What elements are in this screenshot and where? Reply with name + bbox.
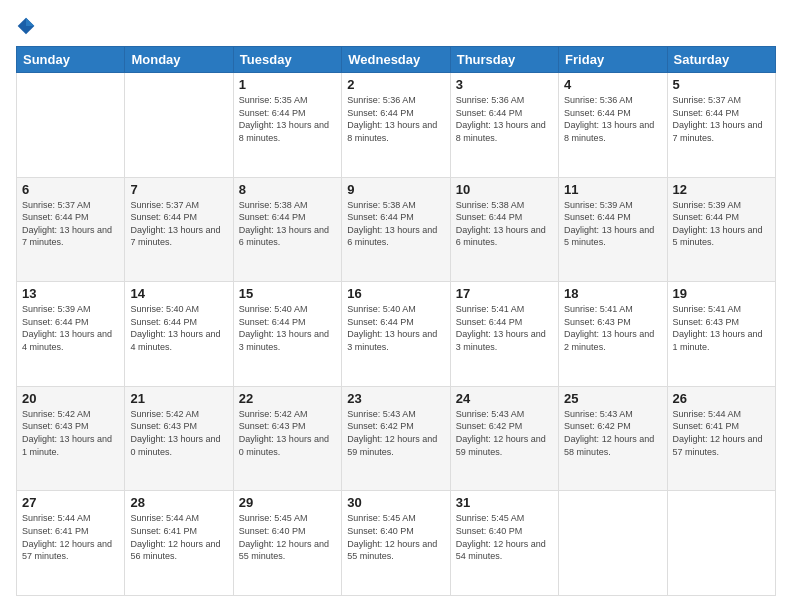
day-info: Sunrise: 5:40 AM Sunset: 6:44 PM Dayligh… bbox=[130, 303, 227, 353]
day-info: Sunrise: 5:35 AM Sunset: 6:44 PM Dayligh… bbox=[239, 94, 336, 144]
day-info: Sunrise: 5:36 AM Sunset: 6:44 PM Dayligh… bbox=[456, 94, 553, 144]
day-number: 3 bbox=[456, 77, 553, 92]
calendar-cell bbox=[125, 73, 233, 178]
day-info: Sunrise: 5:39 AM Sunset: 6:44 PM Dayligh… bbox=[564, 199, 661, 249]
calendar-cell: 5Sunrise: 5:37 AM Sunset: 6:44 PM Daylig… bbox=[667, 73, 775, 178]
day-info: Sunrise: 5:37 AM Sunset: 6:44 PM Dayligh… bbox=[22, 199, 119, 249]
calendar-header-saturday: Saturday bbox=[667, 47, 775, 73]
day-number: 26 bbox=[673, 391, 770, 406]
day-info: Sunrise: 5:41 AM Sunset: 6:43 PM Dayligh… bbox=[564, 303, 661, 353]
calendar-cell: 14Sunrise: 5:40 AM Sunset: 6:44 PM Dayli… bbox=[125, 282, 233, 387]
calendar-cell: 3Sunrise: 5:36 AM Sunset: 6:44 PM Daylig… bbox=[450, 73, 558, 178]
calendar-week-3: 13Sunrise: 5:39 AM Sunset: 6:44 PM Dayli… bbox=[17, 282, 776, 387]
day-info: Sunrise: 5:42 AM Sunset: 6:43 PM Dayligh… bbox=[239, 408, 336, 458]
day-info: Sunrise: 5:42 AM Sunset: 6:43 PM Dayligh… bbox=[22, 408, 119, 458]
day-number: 4 bbox=[564, 77, 661, 92]
calendar-cell: 22Sunrise: 5:42 AM Sunset: 6:43 PM Dayli… bbox=[233, 386, 341, 491]
day-number: 8 bbox=[239, 182, 336, 197]
calendar-header-friday: Friday bbox=[559, 47, 667, 73]
calendar-table: SundayMondayTuesdayWednesdayThursdayFrid… bbox=[16, 46, 776, 596]
page: SundayMondayTuesdayWednesdayThursdayFrid… bbox=[0, 0, 792, 612]
day-info: Sunrise: 5:44 AM Sunset: 6:41 PM Dayligh… bbox=[673, 408, 770, 458]
day-number: 24 bbox=[456, 391, 553, 406]
day-number: 29 bbox=[239, 495, 336, 510]
calendar-header-sunday: Sunday bbox=[17, 47, 125, 73]
calendar-cell bbox=[667, 491, 775, 596]
day-info: Sunrise: 5:38 AM Sunset: 6:44 PM Dayligh… bbox=[239, 199, 336, 249]
day-number: 9 bbox=[347, 182, 444, 197]
day-info: Sunrise: 5:44 AM Sunset: 6:41 PM Dayligh… bbox=[130, 512, 227, 562]
day-number: 16 bbox=[347, 286, 444, 301]
calendar-cell: 19Sunrise: 5:41 AM Sunset: 6:43 PM Dayli… bbox=[667, 282, 775, 387]
day-info: Sunrise: 5:38 AM Sunset: 6:44 PM Dayligh… bbox=[456, 199, 553, 249]
calendar-cell: 10Sunrise: 5:38 AM Sunset: 6:44 PM Dayli… bbox=[450, 177, 558, 282]
calendar-cell: 12Sunrise: 5:39 AM Sunset: 6:44 PM Dayli… bbox=[667, 177, 775, 282]
calendar-header-row: SundayMondayTuesdayWednesdayThursdayFrid… bbox=[17, 47, 776, 73]
svg-marker-1 bbox=[26, 18, 34, 26]
calendar-week-2: 6Sunrise: 5:37 AM Sunset: 6:44 PM Daylig… bbox=[17, 177, 776, 282]
logo-icon bbox=[16, 16, 36, 36]
day-info: Sunrise: 5:43 AM Sunset: 6:42 PM Dayligh… bbox=[456, 408, 553, 458]
calendar-cell: 2Sunrise: 5:36 AM Sunset: 6:44 PM Daylig… bbox=[342, 73, 450, 178]
calendar-header-wednesday: Wednesday bbox=[342, 47, 450, 73]
day-number: 10 bbox=[456, 182, 553, 197]
calendar-cell: 27Sunrise: 5:44 AM Sunset: 6:41 PM Dayli… bbox=[17, 491, 125, 596]
day-info: Sunrise: 5:41 AM Sunset: 6:43 PM Dayligh… bbox=[673, 303, 770, 353]
day-number: 17 bbox=[456, 286, 553, 301]
calendar-cell: 26Sunrise: 5:44 AM Sunset: 6:41 PM Dayli… bbox=[667, 386, 775, 491]
day-number: 7 bbox=[130, 182, 227, 197]
day-info: Sunrise: 5:40 AM Sunset: 6:44 PM Dayligh… bbox=[239, 303, 336, 353]
day-number: 30 bbox=[347, 495, 444, 510]
day-number: 21 bbox=[130, 391, 227, 406]
calendar-cell: 15Sunrise: 5:40 AM Sunset: 6:44 PM Dayli… bbox=[233, 282, 341, 387]
day-info: Sunrise: 5:39 AM Sunset: 6:44 PM Dayligh… bbox=[673, 199, 770, 249]
day-info: Sunrise: 5:40 AM Sunset: 6:44 PM Dayligh… bbox=[347, 303, 444, 353]
day-number: 19 bbox=[673, 286, 770, 301]
day-number: 5 bbox=[673, 77, 770, 92]
day-number: 13 bbox=[22, 286, 119, 301]
calendar-header-thursday: Thursday bbox=[450, 47, 558, 73]
calendar-week-4: 20Sunrise: 5:42 AM Sunset: 6:43 PM Dayli… bbox=[17, 386, 776, 491]
day-number: 23 bbox=[347, 391, 444, 406]
day-info: Sunrise: 5:41 AM Sunset: 6:44 PM Dayligh… bbox=[456, 303, 553, 353]
day-number: 20 bbox=[22, 391, 119, 406]
day-number: 14 bbox=[130, 286, 227, 301]
day-info: Sunrise: 5:36 AM Sunset: 6:44 PM Dayligh… bbox=[564, 94, 661, 144]
day-number: 22 bbox=[239, 391, 336, 406]
day-info: Sunrise: 5:44 AM Sunset: 6:41 PM Dayligh… bbox=[22, 512, 119, 562]
day-info: Sunrise: 5:42 AM Sunset: 6:43 PM Dayligh… bbox=[130, 408, 227, 458]
day-number: 1 bbox=[239, 77, 336, 92]
header bbox=[16, 16, 776, 36]
calendar-cell bbox=[17, 73, 125, 178]
calendar-header-tuesday: Tuesday bbox=[233, 47, 341, 73]
day-number: 28 bbox=[130, 495, 227, 510]
calendar-cell: 6Sunrise: 5:37 AM Sunset: 6:44 PM Daylig… bbox=[17, 177, 125, 282]
calendar-cell: 20Sunrise: 5:42 AM Sunset: 6:43 PM Dayli… bbox=[17, 386, 125, 491]
day-info: Sunrise: 5:43 AM Sunset: 6:42 PM Dayligh… bbox=[347, 408, 444, 458]
day-info: Sunrise: 5:45 AM Sunset: 6:40 PM Dayligh… bbox=[239, 512, 336, 562]
day-info: Sunrise: 5:37 AM Sunset: 6:44 PM Dayligh… bbox=[130, 199, 227, 249]
calendar-cell: 25Sunrise: 5:43 AM Sunset: 6:42 PM Dayli… bbox=[559, 386, 667, 491]
calendar-cell: 23Sunrise: 5:43 AM Sunset: 6:42 PM Dayli… bbox=[342, 386, 450, 491]
day-info: Sunrise: 5:45 AM Sunset: 6:40 PM Dayligh… bbox=[456, 512, 553, 562]
day-info: Sunrise: 5:45 AM Sunset: 6:40 PM Dayligh… bbox=[347, 512, 444, 562]
calendar-cell: 28Sunrise: 5:44 AM Sunset: 6:41 PM Dayli… bbox=[125, 491, 233, 596]
calendar-cell: 16Sunrise: 5:40 AM Sunset: 6:44 PM Dayli… bbox=[342, 282, 450, 387]
calendar-header-monday: Monday bbox=[125, 47, 233, 73]
calendar-cell: 29Sunrise: 5:45 AM Sunset: 6:40 PM Dayli… bbox=[233, 491, 341, 596]
calendar-cell: 21Sunrise: 5:42 AM Sunset: 6:43 PM Dayli… bbox=[125, 386, 233, 491]
calendar-cell: 9Sunrise: 5:38 AM Sunset: 6:44 PM Daylig… bbox=[342, 177, 450, 282]
day-info: Sunrise: 5:38 AM Sunset: 6:44 PM Dayligh… bbox=[347, 199, 444, 249]
calendar-cell: 18Sunrise: 5:41 AM Sunset: 6:43 PM Dayli… bbox=[559, 282, 667, 387]
calendar-cell: 7Sunrise: 5:37 AM Sunset: 6:44 PM Daylig… bbox=[125, 177, 233, 282]
calendar-cell: 17Sunrise: 5:41 AM Sunset: 6:44 PM Dayli… bbox=[450, 282, 558, 387]
day-number: 31 bbox=[456, 495, 553, 510]
calendar-cell: 24Sunrise: 5:43 AM Sunset: 6:42 PM Dayli… bbox=[450, 386, 558, 491]
calendar-cell: 4Sunrise: 5:36 AM Sunset: 6:44 PM Daylig… bbox=[559, 73, 667, 178]
calendar-cell: 8Sunrise: 5:38 AM Sunset: 6:44 PM Daylig… bbox=[233, 177, 341, 282]
day-number: 15 bbox=[239, 286, 336, 301]
calendar-week-5: 27Sunrise: 5:44 AM Sunset: 6:41 PM Dayli… bbox=[17, 491, 776, 596]
calendar-cell bbox=[559, 491, 667, 596]
day-number: 27 bbox=[22, 495, 119, 510]
calendar-cell: 11Sunrise: 5:39 AM Sunset: 6:44 PM Dayli… bbox=[559, 177, 667, 282]
